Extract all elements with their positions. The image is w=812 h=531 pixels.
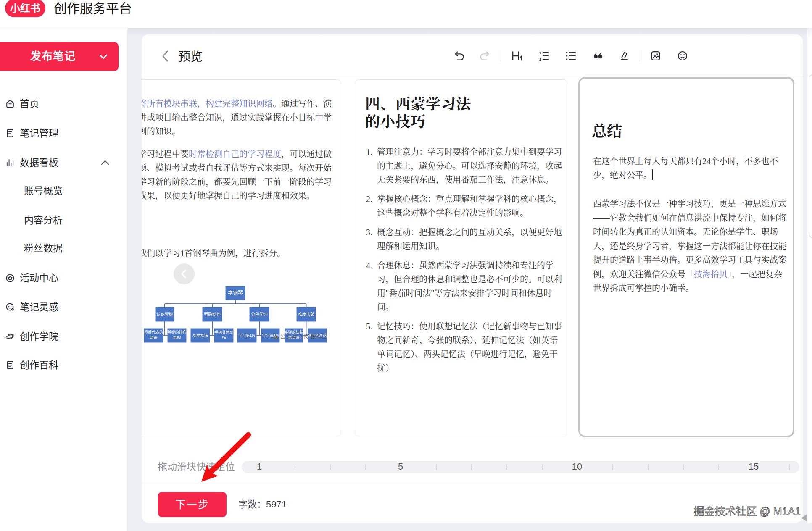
svg-text:1: 1 [539,50,542,55]
svg-text:难度击破: 难度击破 [298,312,315,317]
svg-text:学钢琴: 学钢琴 [228,290,243,296]
svg-text:手指具体动: 手指具体动 [214,330,233,334]
svg-text:2: 2 [539,57,541,61]
svg-text:认识琴键: 认识琴键 [156,312,173,317]
svg-text:明确动作: 明确动作 [204,312,221,317]
svg-text:琴键的排布: 琴键的排布 [167,330,186,334]
svg-text:分段学习: 分段学习 [251,312,268,317]
svg-text:音符: 音符 [150,335,157,340]
svg-text:琴键代表的: 琴键代表的 [144,330,163,334]
svg-text:学习第1段: 学习第1段 [238,333,256,338]
svg-text:基本指法: 基本指法 [192,333,208,338]
svg-text:作: 作 [222,335,226,340]
svg-text:结构: 结构 [173,335,181,340]
